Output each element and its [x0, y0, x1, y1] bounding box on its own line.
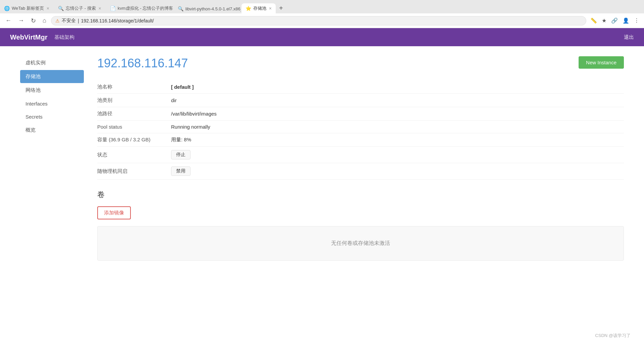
- pool-capacity-value: 用量: 8%: [171, 137, 191, 143]
- pool-capacity-label: 容量 (36.9 GB / 3.2 GB): [97, 137, 171, 143]
- security-icon: ⚠: [55, 18, 60, 23]
- address-bar[interactable]: ⚠ 不安全 | 192.168.116.146/storage/1/defaul…: [51, 16, 586, 25]
- back-button[interactable]: ←: [3, 16, 13, 25]
- pool-type-label: 池类别: [97, 97, 171, 104]
- refresh-button[interactable]: ↻: [29, 16, 38, 26]
- forward-button[interactable]: →: [16, 16, 26, 25]
- pool-path-label: 池路径: [97, 111, 171, 117]
- pool-name-label: 池名称: [97, 84, 171, 90]
- wetab-tab-label: WeTab 新标签页: [12, 5, 44, 11]
- search-tab-close[interactable]: ×: [99, 6, 101, 11]
- pool-info-row-status: Pool status Running normally: [97, 121, 624, 133]
- pool-info-row-autostart: 随物理机同启 禁用: [97, 163, 624, 180]
- storage-tab-icon: ⭐: [246, 6, 251, 11]
- page-title-area: 192.168.116.147 New Instance: [97, 56, 624, 70]
- tab-blog[interactable]: 📄 kvm虚拟化 - 忘情公子的博客 ×: [106, 3, 173, 13]
- app-logo: WebVirtMgr: [10, 33, 48, 41]
- home-button[interactable]: ⌂: [41, 16, 48, 25]
- tab-wetab[interactable]: 🌐 WeTab 新标签页 ×: [0, 3, 53, 13]
- new-instance-button[interactable]: New Instance: [579, 56, 624, 69]
- libvirt-tab-icon: 🔍: [178, 6, 183, 11]
- sidebar-item-vm[interactable]: 虚机实例: [20, 56, 84, 69]
- more-button[interactable]: ⋮: [633, 16, 641, 25]
- sidebar-item-interfaces[interactable]: Interfaces: [20, 97, 84, 110]
- page-title: 192.168.116.147: [97, 56, 188, 70]
- search-tab-label: 忘情公子 - 搜索: [66, 5, 96, 11]
- wetab-tab-close[interactable]: ×: [47, 6, 49, 11]
- volumes-section: 卷 添加镜像 无任何卷或存储池未激活: [97, 190, 624, 261]
- pool-type-value: dir: [171, 97, 177, 103]
- profile-button[interactable]: 👤: [621, 16, 631, 25]
- address-text: 192.168.116.146/storage/1/default/: [81, 18, 154, 23]
- sidebar-item-overview[interactable]: 概览: [20, 124, 84, 137]
- content-area: 192.168.116.147 New Instance 池名称 [ defau…: [97, 56, 624, 261]
- pool-state-button[interactable]: 停止: [171, 150, 191, 159]
- pool-info-row-name: 池名称 [ default ]: [97, 80, 624, 94]
- libvirt-tab-label: libvirt-python-4.5.0-1.el7.x86_6...: [185, 6, 241, 11]
- app-header: WebVirtMgr 基础架构 退出: [0, 28, 644, 46]
- main-content: 虚机实例 存储池 网络池 Interfaces Secrets 概览 192.1…: [0, 46, 644, 271]
- new-tab-button[interactable]: +: [276, 3, 286, 13]
- pool-status-value: Running normally: [171, 124, 210, 130]
- storage-tab-close[interactable]: ×: [269, 6, 272, 11]
- tab-search[interactable]: 🔍 忘情公子 - 搜索 ×: [54, 3, 105, 13]
- pool-name-value: [ default ]: [171, 84, 194, 90]
- bookmark-button[interactable]: ★: [600, 16, 608, 25]
- sidebar-item-storage[interactable]: 存储池: [20, 70, 84, 83]
- address-separator: |: [78, 18, 79, 23]
- pool-status-label: Pool status: [97, 124, 171, 130]
- pool-state-label: 状态: [97, 152, 171, 158]
- pool-info-row-type: 池类别 dir: [97, 94, 624, 107]
- pool-info-row-path: 池路径 /var/lib/libvirt/images: [97, 107, 624, 121]
- tab-storage[interactable]: ⭐ 存储池 ×: [241, 3, 276, 13]
- nav-link-infrastructure[interactable]: 基础架构: [54, 34, 74, 41]
- volumes-title: 卷: [97, 190, 624, 200]
- extensions-button[interactable]: 🔗: [610, 16, 619, 25]
- blog-tab-icon: 📄: [110, 6, 116, 11]
- pool-path-value: /var/lib/libvirt/images: [171, 111, 217, 117]
- pool-info-row-capacity: 容量 (36.9 GB / 3.2 GB) 用量: 8%: [97, 133, 624, 147]
- browser-tabs: 🌐 WeTab 新标签页 × 🔍 忘情公子 - 搜索 × 📄 kvm虚拟化 - …: [0, 0, 644, 13]
- pool-info-table: 池名称 [ default ] 池类别 dir 池路径 /var/lib/lib…: [97, 80, 624, 180]
- logout-link[interactable]: 退出: [624, 34, 634, 41]
- browser-toolbar-right: 📏 ★ 🔗 👤 ⋮: [589, 16, 641, 25]
- sidebar-item-secrets[interactable]: Secrets: [20, 111, 84, 123]
- storage-tab-label: 存储池: [253, 5, 266, 11]
- browser-chrome: 🌐 WeTab 新标签页 × 🔍 忘情公子 - 搜索 × 📄 kvm虚拟化 - …: [0, 0, 644, 28]
- tab-libvirt[interactable]: 🔍 libvirt-python-4.5.0-1.el7.x86_6... ×: [174, 4, 241, 13]
- add-image-button[interactable]: 添加镜像: [97, 206, 131, 219]
- security-label: 不安全: [62, 18, 76, 24]
- watermark: CSDN @该学习了: [595, 333, 631, 339]
- sidebar-item-network[interactable]: 网络池: [20, 84, 84, 97]
- sidebar: 虚机实例 存储池 网络池 Interfaces Secrets 概览: [20, 56, 84, 261]
- search-tab-icon: 🔍: [58, 6, 64, 11]
- translate-button[interactable]: 📏: [589, 16, 598, 25]
- wetab-tab-icon: 🌐: [4, 6, 10, 11]
- pool-info-row-state: 状态 停止: [97, 147, 624, 163]
- browser-toolbar: ← → ↻ ⌂ ⚠ 不安全 | 192.168.116.146/storage/…: [0, 13, 644, 28]
- pool-autostart-label: 随物理机同启: [97, 168, 171, 175]
- blog-tab-label: kvm虚拟化 - 忘情公子的博客: [118, 5, 173, 11]
- pool-autostart-button[interactable]: 禁用: [171, 166, 191, 176]
- empty-state: 无任何卷或存储池未激活: [97, 226, 624, 261]
